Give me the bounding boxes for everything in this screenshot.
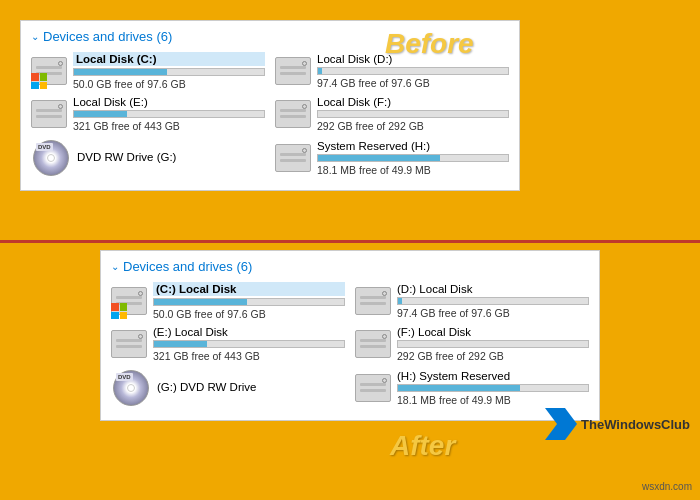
drive-info: Local Disk (E:)321 GB free of 443 GB — [73, 96, 265, 132]
drive-bar — [153, 298, 345, 306]
drive-info: DVD RW Drive (G:) — [77, 151, 265, 165]
windows-icon — [31, 73, 47, 89]
dvd-hole — [47, 154, 55, 162]
drive-bar — [73, 68, 265, 76]
dvd-label: DVD — [36, 143, 53, 151]
hdd-icon-container — [111, 326, 147, 362]
watermark-text: TheWindowsClub — [581, 417, 690, 432]
drive-bar — [317, 110, 509, 118]
drive-bar-fill — [398, 298, 402, 304]
separator-line — [0, 240, 700, 243]
list-item: DVDDVD RW Drive (G:) — [31, 138, 265, 178]
drive-name: System Reserved (H:) — [317, 140, 509, 152]
drive-name: DVD RW Drive (G:) — [77, 151, 265, 163]
after-panel: ⌄ Devices and drives (6) (C:) Local Disk… — [100, 250, 600, 421]
drive-info: (F:) Local Disk292 GB free of 292 GB — [397, 326, 589, 362]
hdd-icon-container — [275, 140, 311, 176]
hdd-icon-container — [275, 96, 311, 132]
drive-bar — [397, 340, 589, 348]
drive-info: Local Disk (F:)292 GB free of 292 GB — [317, 96, 509, 132]
chevron-icon-after: ⌄ — [111, 261, 119, 272]
watermark: TheWindowsClub — [545, 408, 690, 440]
drive-free-space: 18.1 MB free of 49.9 MB — [397, 394, 589, 406]
hdd-icon-container — [31, 96, 67, 132]
hdd-icon-container — [275, 53, 311, 89]
drive-bar-fill — [74, 111, 127, 117]
list-item: (H:) System Reserved18.1 MB free of 49.9… — [355, 368, 589, 408]
drive-bar-fill — [154, 341, 207, 347]
hdd-icon-container — [355, 326, 391, 362]
hdd-icon-container — [355, 370, 391, 406]
list-item: (E:) Local Disk321 GB free of 443 GB — [111, 326, 345, 362]
drive-bar — [317, 67, 509, 75]
drive-name: (D:) Local Disk — [397, 283, 589, 295]
drive-bar-fill — [398, 385, 520, 391]
watermark-logo-icon — [545, 408, 577, 440]
hdd-icon-container — [31, 53, 67, 89]
drive-name: Local Disk (F:) — [317, 96, 509, 108]
hdd-icon — [275, 144, 311, 172]
hdd-icon — [355, 287, 391, 315]
drive-bar-fill — [74, 69, 167, 75]
before-drives-grid: Local Disk (C:)50.0 GB free of 97.6 GBLo… — [31, 52, 509, 178]
list-item: (D:) Local Disk97.4 GB free of 97.6 GB — [355, 282, 589, 320]
drive-info: (C:) Local Disk50.0 GB free of 97.6 GB — [153, 282, 345, 320]
drive-name: (H:) System Reserved — [397, 370, 589, 382]
drive-name: (E:) Local Disk — [153, 326, 345, 338]
drive-free-space: 321 GB free of 443 GB — [153, 350, 345, 362]
after-drives-grid: (C:) Local Disk50.0 GB free of 97.6 GB(D… — [111, 282, 589, 408]
main-container: ⌄ Devices and drives (6) Local Disk (C:)… — [0, 0, 700, 500]
hdd-icon — [31, 100, 67, 128]
drive-name: (C:) Local Disk — [153, 282, 345, 296]
hdd-icon — [275, 100, 311, 128]
list-item: Local Disk (C:)50.0 GB free of 97.6 GB — [31, 52, 265, 90]
drive-free-space: 50.0 GB free of 97.6 GB — [73, 78, 265, 90]
drive-info: Local Disk (C:)50.0 GB free of 97.6 GB — [73, 52, 265, 90]
list-item: Local Disk (E:)321 GB free of 443 GB — [31, 96, 265, 132]
drive-bar — [397, 384, 589, 392]
hdd-icon — [111, 330, 147, 358]
list-item: System Reserved (H:)18.1 MB free of 49.9… — [275, 138, 509, 178]
drive-name: (G:) DVD RW Drive — [157, 381, 345, 393]
drive-name: (F:) Local Disk — [397, 326, 589, 338]
hdd-icon — [355, 330, 391, 358]
dvd-icon-container: DVD — [31, 138, 71, 178]
drive-free-space: 321 GB free of 443 GB — [73, 120, 265, 132]
dvd-disc: DVD — [33, 140, 69, 176]
drive-free-space: 50.0 GB free of 97.6 GB — [153, 308, 345, 320]
drive-info: (H:) System Reserved18.1 MB free of 49.9… — [397, 370, 589, 406]
hdd-icon — [355, 374, 391, 402]
hdd-icon-container — [111, 283, 147, 319]
wsxdn-url: wsxdn.com — [642, 481, 692, 492]
windows-icon — [111, 303, 127, 319]
drive-bar — [153, 340, 345, 348]
drive-info: (G:) DVD RW Drive — [157, 381, 345, 395]
drive-name: Local Disk (C:) — [73, 52, 265, 66]
drive-info: (E:) Local Disk321 GB free of 443 GB — [153, 326, 345, 362]
list-item: DVD(G:) DVD RW Drive — [111, 368, 345, 408]
drive-free-space: 97.4 GB free of 97.6 GB — [317, 77, 509, 89]
before-section-title: Devices and drives (6) — [43, 29, 172, 44]
hdd-icon-container — [355, 283, 391, 319]
dvd-hole — [127, 384, 135, 392]
drive-bar-fill — [318, 68, 322, 74]
after-section-title: Devices and drives (6) — [123, 259, 252, 274]
list-item: Local Disk (F:)292 GB free of 292 GB — [275, 96, 509, 132]
dvd-disc: DVD — [113, 370, 149, 406]
drive-free-space: 292 GB free of 292 GB — [317, 120, 509, 132]
list-item: (F:) Local Disk292 GB free of 292 GB — [355, 326, 589, 362]
drive-info: (D:) Local Disk97.4 GB free of 97.6 GB — [397, 283, 589, 319]
drive-name: Local Disk (E:) — [73, 96, 265, 108]
hdd-icon — [275, 57, 311, 85]
svg-marker-0 — [545, 408, 577, 440]
dvd-icon-container: DVD — [111, 368, 151, 408]
chevron-icon: ⌄ — [31, 31, 39, 42]
drive-free-space: 292 GB free of 292 GB — [397, 350, 589, 362]
drive-free-space: 97.4 GB free of 97.6 GB — [397, 307, 589, 319]
list-item: (C:) Local Disk50.0 GB free of 97.6 GB — [111, 282, 345, 320]
drive-free-space: 18.1 MB free of 49.9 MB — [317, 164, 509, 176]
before-label: Before — [385, 28, 474, 60]
drive-bar — [397, 297, 589, 305]
drive-bar — [73, 110, 265, 118]
drive-bar-fill — [318, 155, 440, 161]
